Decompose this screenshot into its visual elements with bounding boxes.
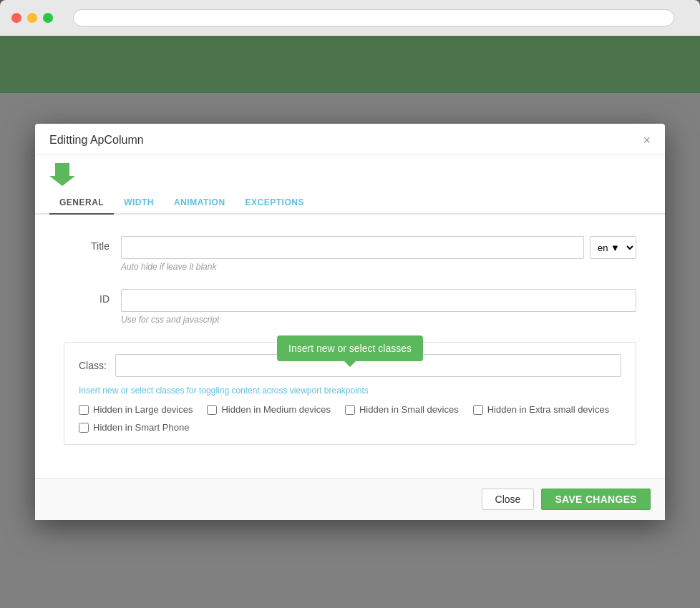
tooltip-container: Insert new or select classes — [277, 335, 423, 361]
modal-close-button[interactable]: × — [643, 134, 651, 147]
modal-overlay: Editting ApColumn × GENERAL WIDTH ANIMAT… — [0, 36, 700, 608]
tab-general[interactable]: GENERAL — [49, 192, 114, 215]
tab-width[interactable]: WIDTH — [114, 192, 164, 215]
modal-header: Editting ApColumn × — [35, 124, 665, 155]
checkbox-hidden-medium[interactable]: Hidden in Medium devices — [207, 404, 330, 415]
tab-exceptions[interactable]: EXCEPTIONS — [235, 192, 314, 215]
checkbox-hidden-medium-label: Hidden in Medium devices — [221, 404, 330, 415]
checkbox-hidden-smartphone-input[interactable] — [79, 423, 89, 433]
checkbox-hidden-smartphone[interactable]: Hidden in Smart Phone — [79, 422, 189, 433]
checkbox-hidden-small-label: Hidden in Small devices — [359, 404, 459, 415]
down-arrow-icon — [49, 160, 75, 186]
title-label: Title — [64, 236, 121, 252]
window-chrome — [0, 0, 700, 36]
tab-animation[interactable]: ANIMATION — [164, 192, 235, 215]
id-label: ID — [64, 289, 121, 305]
id-row: ID Use for css and javascript — [64, 289, 636, 325]
title-field-wrap: en ▼ Auto hide if leave it blank — [121, 236, 636, 272]
id-hint: Use for css and javascript — [121, 315, 636, 325]
checkbox-hidden-xsmall[interactable]: Hidden in Extra small devices — [473, 404, 610, 415]
checkboxes-row: Hidden in Large devices Hidden in Medium… — [79, 404, 621, 415]
class-hint: Insert new or select classes for togglin… — [79, 386, 621, 396]
traffic-light-yellow[interactable] — [27, 13, 37, 23]
tabs-container: GENERAL WIDTH ANIMATION EXCEPTIONS — [35, 192, 665, 215]
lang-select[interactable]: en ▼ — [590, 236, 636, 259]
id-input[interactable] — [121, 289, 636, 312]
class-section: Insert new or select classes Class: Inse… — [64, 342, 636, 445]
title-input-group: en ▼ — [121, 236, 636, 259]
checkbox-hidden-small-input[interactable] — [345, 405, 355, 415]
checkbox-hidden-large-label: Hidden in Large devices — [93, 404, 193, 415]
checkbox-hidden-large-input[interactable] — [79, 405, 89, 415]
checkbox-hidden-medium-input[interactable] — [207, 405, 217, 415]
checkbox-hidden-smartphone-label: Hidden in Smart Phone — [93, 422, 189, 433]
modal-body: Title en ▼ Auto hide if leave it blank I… — [35, 215, 665, 478]
class-label: Class: — [79, 360, 107, 371]
title-input[interactable] — [121, 236, 584, 259]
traffic-light-green[interactable] — [43, 13, 53, 23]
checkboxes-row2: Hidden in Smart Phone — [79, 422, 621, 433]
checkbox-hidden-xsmall-input[interactable] — [473, 405, 483, 415]
checkbox-hidden-small[interactable]: Hidden in Small devices — [345, 404, 459, 415]
checkbox-hidden-xsmall-label: Hidden in Extra small devices — [487, 404, 610, 415]
modal-footer: Close SAVE CHANGES — [35, 478, 665, 520]
modal-dialog: Editting ApColumn × GENERAL WIDTH ANIMAT… — [35, 124, 665, 520]
title-row: Title en ▼ Auto hide if leave it blank — [64, 236, 636, 272]
modal-title: Editting ApColumn — [49, 134, 144, 147]
save-changes-button[interactable]: SAVE CHANGES — [541, 489, 651, 510]
id-field-wrap: Use for css and javascript — [121, 289, 636, 325]
down-arrow-container — [35, 155, 665, 189]
tooltip-box: Insert new or select classes — [277, 335, 423, 361]
close-button[interactable]: Close — [482, 489, 535, 510]
title-hint: Auto hide if leave it blank — [121, 262, 636, 272]
address-bar[interactable] — [73, 9, 674, 26]
checkbox-hidden-large[interactable]: Hidden in Large devices — [79, 404, 193, 415]
traffic-light-red[interactable] — [11, 13, 21, 23]
svg-marker-0 — [49, 163, 75, 186]
